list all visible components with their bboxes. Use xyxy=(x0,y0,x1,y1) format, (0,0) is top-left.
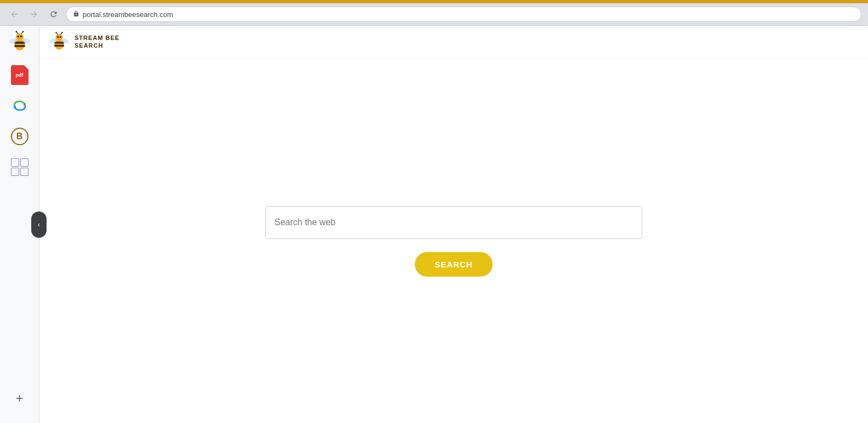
pdf-icon: pdf xyxy=(11,65,28,85)
svg-point-21 xyxy=(55,32,56,33)
sidebar-add-button[interactable]: + xyxy=(8,386,32,410)
main-content: STREAM BEE SEARCH SEARCH xyxy=(39,26,868,423)
forward-button[interactable] xyxy=(26,7,42,22)
address-bar[interactable]: portal.streambeesearch.com xyxy=(66,7,861,22)
browser-content: pdf B + xyxy=(0,26,868,423)
search-input-wrapper xyxy=(265,206,642,239)
svg-point-19 xyxy=(60,36,61,37)
sidebar-item-grid[interactable] xyxy=(8,155,32,179)
svg-point-4 xyxy=(17,36,19,38)
grid-icon xyxy=(11,158,28,176)
search-button[interactable]: SEARCH xyxy=(415,252,492,277)
svg-point-23 xyxy=(61,32,62,33)
sidebar-bee-logo[interactable] xyxy=(8,30,32,54)
svg-point-18 xyxy=(57,36,59,37)
search-container: SEARCH xyxy=(39,59,868,423)
svg-point-7 xyxy=(15,31,17,32)
brand-text: STREAM BEE SEARCH xyxy=(75,35,119,49)
sidebar-collapse-button[interactable]: ‹ xyxy=(31,211,47,238)
main-header: STREAM BEE SEARCH xyxy=(39,26,868,59)
sidebar-item-arrow[interactable] xyxy=(8,94,32,118)
brand-logo: STREAM BEE SEARCH xyxy=(48,31,119,53)
brand-bee-icon xyxy=(48,31,70,53)
arrow-sync-icon xyxy=(12,98,28,114)
back-button[interactable] xyxy=(7,7,22,22)
svg-rect-16 xyxy=(54,44,64,46)
sidebar-item-circle-b[interactable]: B xyxy=(8,124,32,148)
circle-b-icon: B xyxy=(11,128,28,145)
svg-point-9 xyxy=(22,31,24,32)
reload-button[interactable] xyxy=(46,7,61,22)
sidebar: pdf B + xyxy=(0,26,39,423)
search-input[interactable] xyxy=(266,207,642,238)
browser-chrome: portal.streambeesearch.com xyxy=(0,0,868,26)
svg-rect-2 xyxy=(14,45,25,47)
url-text: portal.streambeesearch.com xyxy=(83,10,173,19)
browser-toolbar: portal.streambeesearch.com xyxy=(0,3,868,25)
svg-point-5 xyxy=(20,36,22,38)
sidebar-item-pdf[interactable]: pdf xyxy=(8,63,32,87)
lock-icon xyxy=(73,10,79,19)
